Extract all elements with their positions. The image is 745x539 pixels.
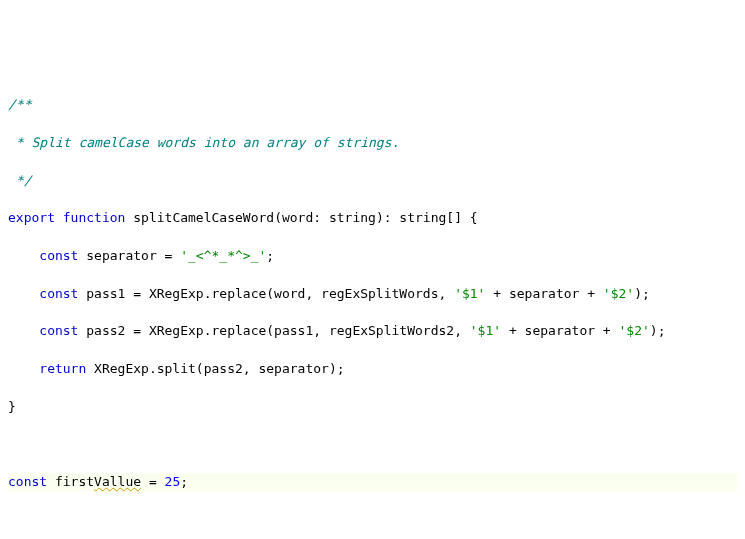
code-line: * Split camelCase words into an array of… <box>8 134 737 153</box>
string-literal: '$1' <box>470 323 501 338</box>
signature: (word: string): string[] { <box>274 210 478 225</box>
code-line: */ <box>8 172 737 191</box>
keyword: const <box>8 474 47 489</box>
code-line: const pass2 = XRegExp.replace(pass1, reg… <box>8 322 737 341</box>
code-text: pass2 = XRegExp.replace(pass1, regExSpli… <box>78 323 469 338</box>
keyword: export <box>8 210 55 225</box>
string-literal: '$2' <box>619 323 650 338</box>
code-line: /** <box>8 96 737 115</box>
comment: */ <box>8 173 31 188</box>
code-text: + separator + <box>501 323 618 338</box>
comment: /** <box>8 97 31 112</box>
code-text: first <box>47 474 94 489</box>
code-text: ; <box>180 474 188 489</box>
code-text: ); <box>650 323 666 338</box>
string-literal: '$2' <box>603 286 634 301</box>
code-line: } <box>8 398 737 417</box>
keyword: const <box>39 323 78 338</box>
code-text: = <box>141 474 164 489</box>
keyword: return <box>39 361 86 376</box>
code-text: } <box>8 399 16 414</box>
code-text: separator = <box>78 248 180 263</box>
code-line: return XRegExp.split(pass2, separator); <box>8 360 737 379</box>
code-line: const pass1 = XRegExp.replace(word, regE… <box>8 285 737 304</box>
code-text: pass1 = XRegExp.replace(word, regExSplit… <box>78 286 454 301</box>
code-text: ); <box>634 286 650 301</box>
function-name: splitCamelCaseWord <box>133 210 274 225</box>
code-line <box>8 435 737 454</box>
code-line: const separator = '_<^*_*^>_'; <box>8 247 737 266</box>
spell-error: Vallue <box>94 474 141 489</box>
code-editor[interactable]: /** * Split camelCase words into an arra… <box>8 77 737 539</box>
code-line <box>8 511 737 530</box>
string-literal: '_<^*_*^>_' <box>180 248 266 263</box>
keyword: const <box>39 248 78 263</box>
keyword: const <box>39 286 78 301</box>
code-text: XRegExp.split(pass2, separator); <box>86 361 344 376</box>
code-text: + separator + <box>485 286 602 301</box>
code-line: export function splitCamelCaseWord(word:… <box>8 209 737 228</box>
cursor-line: const firstVallue = 25; <box>8 473 737 492</box>
comment: * Split camelCase words into an array of… <box>8 135 399 150</box>
number-literal: 25 <box>165 474 181 489</box>
code-text: ; <box>266 248 274 263</box>
string-literal: '$1' <box>454 286 485 301</box>
keyword: function <box>63 210 126 225</box>
